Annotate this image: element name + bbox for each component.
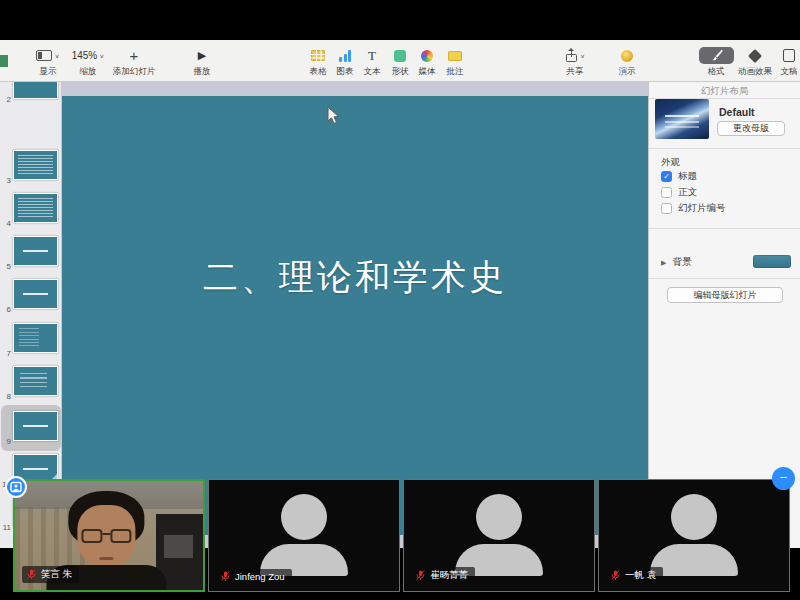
slide-number: 11 [2, 523, 11, 532]
slide-thumb-canvas [13, 150, 58, 180]
keynote-live-icon [621, 50, 633, 62]
chevron-down-icon: ∨ [580, 52, 585, 58]
document-button[interactable]: 文稿 [763, 47, 800, 78]
slide-thumb-canvas [13, 236, 58, 266]
insert-comment-button[interactable]: 批注 [429, 47, 481, 78]
slide-thumbnail-5[interactable]: 5 [0, 233, 62, 273]
plus-icon: + [130, 49, 139, 63]
slide-number: 3 [2, 176, 11, 185]
present-label: 演示 [619, 66, 636, 78]
slide-thumb-canvas [13, 411, 58, 441]
video-tile-participant-4[interactable]: 一帆 袁 [598, 479, 790, 592]
animate-diamond-icon [748, 48, 762, 62]
participant-panel-icon [10, 481, 22, 493]
document-icon [783, 49, 795, 62]
meeting-screen-share: ∨ 显示 145%∨ 缩放 + 添加幻灯片 ▶ 播放 表格 图表 [0, 0, 800, 600]
body-checkbox[interactable] [661, 187, 672, 198]
avatar-silhouette [260, 494, 348, 576]
share-icon [565, 49, 578, 63]
add-slide-label: 添加幻灯片 [113, 66, 156, 78]
slide-number: 8 [2, 392, 11, 401]
slide-thumb-canvas [13, 279, 58, 309]
slide-number: 2 [2, 95, 11, 104]
minus-icon: − [780, 473, 788, 483]
appearance-label: 外观 [661, 156, 680, 169]
screen-edge-artifact [0, 55, 8, 67]
slide-title[interactable]: 二、理论和学术史 [62, 254, 648, 301]
participant-nametag: Jinfeng Zou [216, 569, 292, 584]
participant-name: 笑言 朱 [41, 568, 72, 581]
slide-thumb-canvas [13, 82, 58, 99]
check-icon: ✓ [663, 172, 670, 181]
video-tile-self[interactable]: 笑言 朱 [13, 479, 205, 592]
share-button[interactable]: ∨ 共享 [549, 47, 601, 78]
document-label: 文稿 [781, 66, 798, 78]
thumbnail-panel-toggle-button[interactable] [5, 476, 27, 498]
present-button[interactable]: 演示 [601, 47, 653, 78]
keynote-toolbar: ∨ 显示 145%∨ 缩放 + 添加幻灯片 ▶ 播放 表格 图表 [0, 40, 800, 82]
keynote-window: ∨ 显示 145%∨ 缩放 + 添加幻灯片 ▶ 播放 表格 图表 [0, 40, 800, 548]
background-label: 背景 [672, 256, 691, 269]
edit-master-button[interactable]: 编辑母版幻灯片 [667, 287, 783, 303]
option-slide-number[interactable]: 幻灯片编号 [661, 202, 726, 215]
avatar-silhouette [650, 494, 738, 576]
slide-number: 5 [2, 262, 11, 271]
zoom-label: 缩放 [80, 66, 97, 78]
zoom-value: 145% [72, 50, 98, 61]
inspector-header: 幻灯片布局 [649, 82, 800, 99]
format-label: 格式 [708, 66, 725, 78]
change-master-button[interactable]: 更改母版 [717, 121, 785, 136]
participant-nametag: 崔旸菁菁 [411, 567, 475, 584]
slide-thumbnail-3[interactable]: 3 [0, 147, 62, 187]
participant-name: 崔旸菁菁 [430, 569, 468, 582]
video-tile-participant-3[interactable]: 崔旸菁菁 [403, 479, 595, 592]
title-checkbox[interactable]: ✓ [661, 171, 672, 182]
play-icon: ▶ [198, 49, 206, 62]
slide-thumb-canvas [13, 193, 58, 223]
muted-mic-icon [416, 570, 425, 581]
play-label: 播放 [194, 66, 211, 78]
slide-thumbnail-7[interactable]: 7 [0, 320, 62, 360]
slide-thumbnail-4[interactable]: 4 [0, 190, 62, 230]
view-label: 显示 [40, 66, 57, 78]
share-label: 共享 [567, 66, 584, 78]
play-button[interactable]: ▶ 播放 [176, 47, 228, 78]
slide-thumbnail-9-selected[interactable]: 9 [0, 408, 62, 448]
master-name: Default [719, 106, 755, 118]
muted-mic-icon [611, 570, 620, 581]
chevron-down-icon: ∨ [54, 52, 59, 58]
option-body[interactable]: 正文 [661, 186, 697, 199]
participant-name: Jinfeng Zou [235, 571, 285, 582]
muted-mic-icon [221, 571, 230, 582]
minimize-videos-button[interactable]: − [772, 467, 795, 490]
mouse-cursor [327, 106, 341, 126]
chevron-down-icon: ∨ [99, 52, 104, 58]
slide-number: 9 [2, 437, 11, 446]
participant-nametag: 一帆 袁 [606, 567, 663, 584]
slide-number-checkbox-label: 幻灯片编号 [678, 202, 726, 215]
body-checkbox-label: 正文 [678, 186, 697, 199]
add-slide-button[interactable]: + 添加幻灯片 [108, 47, 160, 78]
paintbrush-icon [710, 49, 723, 62]
muted-mic-icon [27, 569, 36, 580]
zoom-control[interactable]: 145%∨ 缩放 [62, 47, 114, 78]
letterbox-top [0, 0, 800, 40]
master-slide-thumbnail[interactable] [655, 99, 709, 139]
window-view-icon [36, 50, 52, 61]
background-color-swatch[interactable] [753, 255, 791, 268]
comment-icon [448, 51, 462, 61]
slide-thumbnail-8[interactable]: 8 [0, 363, 62, 403]
slide-thumbnail-6[interactable]: 6 [0, 276, 62, 316]
video-tile-participant-2[interactable]: Jinfeng Zou [208, 479, 400, 592]
current-slide[interactable]: 二、理论和学术史 [62, 96, 648, 535]
slide-number-checkbox[interactable] [661, 203, 672, 214]
option-title[interactable]: ✓ 标题 [661, 170, 697, 183]
slide-thumb-canvas [13, 366, 58, 396]
participant-name: 一帆 袁 [625, 569, 656, 582]
disclosure-triangle-icon[interactable]: ▶ [661, 259, 666, 267]
background-row[interactable]: ▶ 背景 [661, 256, 691, 269]
slide-thumbnail-2[interactable]: 2 [0, 82, 62, 106]
avatar-silhouette [455, 494, 543, 576]
slide-number: 7 [2, 349, 11, 358]
slide-number: 4 [2, 219, 11, 228]
